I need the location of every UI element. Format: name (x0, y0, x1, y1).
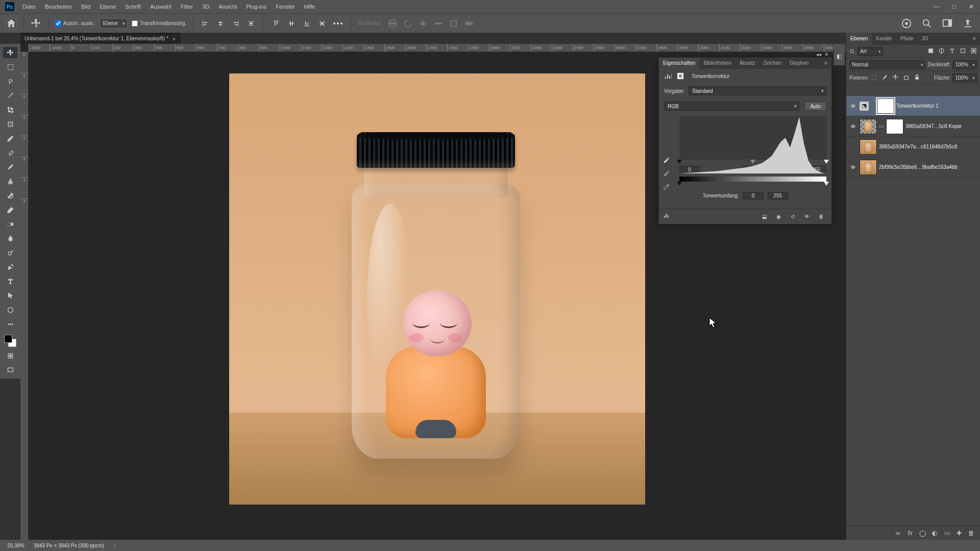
layer-thumb[interactable] (860, 139, 877, 155)
3d-scale-icon[interactable] (448, 17, 460, 30)
quickmask-toggle[interactable] (3, 350, 17, 361)
layer-name[interactable]: 2bf99c5e26bbe6…9baf6e163a4bb (879, 164, 958, 170)
filter-smart-icon[interactable] (970, 47, 977, 55)
menu-bearbeiten[interactable]: Bearbeiten (41, 0, 76, 13)
window-minimize[interactable]: — (928, 0, 945, 13)
layer-name[interactable]: 3865a59347e7a…c611646d7b5c8 (879, 144, 957, 149)
tab-eigenschaften[interactable]: Eigenschaften (659, 58, 699, 69)
tab-kanaele[interactable]: Kanäle (872, 33, 896, 45)
add-mask-icon[interactable]: ◯ (919, 530, 926, 537)
auto-button[interactable]: Auto (804, 102, 826, 111)
shadow-slider[interactable] (677, 160, 682, 164)
tab-zeichen[interactable]: Zeichen (759, 58, 786, 69)
layer-mask-thumb[interactable] (886, 119, 903, 134)
pen-tool[interactable] (3, 261, 17, 272)
preset-select[interactable]: Standard (689, 86, 826, 95)
align-middle[interactable] (285, 17, 298, 30)
document-close[interactable]: × (173, 36, 176, 42)
lock-transparent-icon[interactable] (871, 74, 877, 82)
brush-tool[interactable] (3, 161, 17, 172)
share-icon[interactable] (962, 17, 974, 30)
canvas[interactable] (229, 73, 645, 505)
out-black-slider[interactable] (677, 182, 682, 186)
edit-points-icon[interactable] (663, 212, 670, 220)
layer-thumb[interactable] (860, 119, 877, 134)
eyedropper-tool[interactable] (3, 133, 17, 144)
filter-shape-icon[interactable] (960, 47, 966, 55)
menu-auswahl[interactable]: Auswahl (146, 0, 176, 13)
highlight-slider[interactable] (824, 160, 829, 164)
align-right[interactable] (230, 17, 242, 30)
new-group-icon[interactable]: ▭ (943, 530, 950, 537)
doc-info[interactable]: 3943 Px × 3943 Px (300 ppcm) (34, 543, 104, 548)
panel-close-icon[interactable]: ✕ (824, 52, 828, 57)
document-tab[interactable]: Unbenannt-1 bei 20,4% (Tonwertkorrektur … (20, 33, 180, 44)
filter-pixel-icon[interactable] (927, 47, 934, 55)
auto-select-target[interactable]: Ebene (100, 18, 128, 29)
menu-datei[interactable]: Datei (18, 0, 40, 13)
delete-adjustment-icon[interactable]: 🗑 (817, 213, 825, 221)
opacity-input[interactable]: 100% (952, 60, 977, 69)
screenmode-toggle[interactable] (3, 364, 17, 375)
more-tools[interactable] (3, 318, 17, 330)
menu-schrift[interactable]: Schrift (121, 0, 145, 13)
layer-row[interactable]: 👁 3865a59347e7a…c611646d7b5c8 (846, 137, 980, 157)
gradient-tool[interactable] (3, 218, 17, 230)
fg-bg-color[interactable] (4, 335, 16, 347)
tab-pfade[interactable]: Pfade (896, 33, 918, 45)
view-previous-icon[interactable]: ◉ (774, 213, 782, 221)
clip-to-layer-icon[interactable]: ⬓ (760, 213, 768, 221)
distribute[interactable] (245, 17, 257, 30)
lock-all-icon[interactable] (914, 74, 920, 82)
panel-collapse-icon[interactable]: ◂◂ (816, 52, 821, 57)
input-sliders[interactable] (679, 160, 826, 166)
move-tool[interactable] (3, 47, 17, 58)
collapsed-panel-icon[interactable]: ◧ (834, 50, 845, 62)
type-tool[interactable] (3, 276, 17, 287)
menu-3d[interactable]: 3D (198, 0, 213, 13)
layer-name[interactable]: Tonwertkorrektur 1 (896, 103, 939, 109)
lasso-tool[interactable] (3, 76, 17, 87)
link-layers-icon[interactable]: ∞ (894, 530, 901, 537)
3d-camera-icon[interactable] (463, 17, 475, 30)
new-adjustment-icon[interactable]: ◐ (931, 530, 938, 537)
menu-ansicht[interactable]: Ansicht (214, 0, 241, 13)
blur-tool[interactable] (3, 233, 17, 244)
output-hi[interactable]: 255 (768, 192, 788, 199)
menu-hilfe[interactable]: Hilfe (300, 0, 319, 13)
out-white-slider[interactable] (824, 182, 829, 186)
path-select-tool[interactable] (3, 290, 17, 301)
output-lo[interactable]: 0 (743, 192, 764, 199)
move-tool-indicator[interactable] (30, 17, 42, 30)
cloud-docs-icon[interactable] (900, 17, 913, 30)
layer-row[interactable]: 👁 3865a59347…5c8 Kopie (846, 116, 980, 137)
new-layer-icon[interactable]: ✚ (955, 530, 963, 537)
tab-absatz[interactable]: Absatz (736, 58, 760, 69)
window-maximize[interactable]: □ (945, 0, 963, 13)
layer-mask-thumb[interactable] (877, 98, 894, 114)
search-icon[interactable] (921, 17, 933, 30)
workspace-icon[interactable] (941, 17, 953, 30)
blend-mode-select[interactable]: Normal (849, 60, 925, 69)
dodge-tool[interactable] (3, 247, 17, 258)
tab-bibliotheken[interactable]: Bibliotheken (699, 58, 735, 69)
panel-menu-icon[interactable]: ≡ (969, 33, 980, 45)
3d-pan-icon[interactable] (417, 17, 429, 30)
distribute-v[interactable] (316, 17, 328, 30)
panel-menu-icon[interactable]: ≡ (820, 58, 831, 69)
black-point-eyedropper[interactable] (663, 157, 670, 165)
3d-slide-icon[interactable] (432, 17, 445, 30)
tab-ebenen[interactable]: Ebenen (846, 33, 872, 45)
3d-rotate-icon[interactable] (402, 17, 414, 30)
crop-tool[interactable] (3, 104, 17, 115)
mask-link-icon[interactable] (879, 124, 884, 129)
menu-plugins[interactable]: Plug-ins (242, 0, 271, 13)
visibility-toggle[interactable]: 👁 (848, 164, 857, 170)
menu-filter[interactable]: Filter (177, 0, 197, 13)
output-sliders[interactable] (679, 182, 826, 187)
align-left[interactable] (199, 17, 211, 30)
history-brush-tool[interactable] (3, 190, 17, 201)
delete-layer-icon[interactable]: 🗑 (968, 530, 975, 537)
shape-tool[interactable] (3, 304, 17, 315)
more-options[interactable]: ••• (332, 17, 345, 30)
